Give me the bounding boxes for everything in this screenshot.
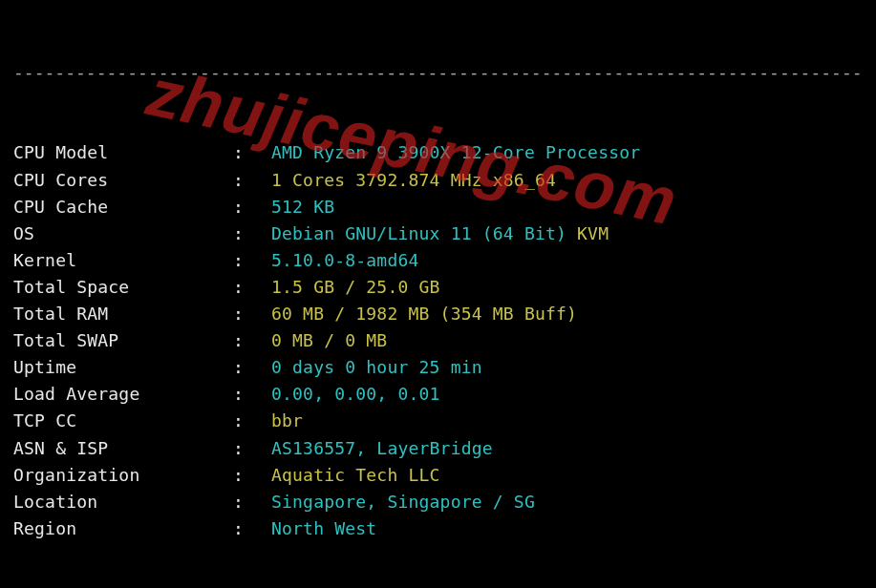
info-value: 512 KB xyxy=(271,197,334,217)
info-value: 5.10.0-8-amd64 xyxy=(271,250,419,270)
info-value: Singapore, Singapore / SG xyxy=(271,492,535,512)
info-row: Organization: Aquatic Tech LLC xyxy=(13,462,866,489)
info-label: CPU Cache xyxy=(13,194,233,220)
colon: : xyxy=(233,194,271,220)
info-row: Uptime: 0 days 0 hour 25 min xyxy=(13,354,866,381)
info-row: Kernel: 5.10.0-8-amd64 xyxy=(13,247,866,274)
info-value: Debian GNU/Linux 11 (64 Bit) xyxy=(271,223,577,243)
colon: : xyxy=(233,435,271,462)
info-value: North West xyxy=(271,518,376,538)
colon: : xyxy=(233,408,271,434)
system-info-block: CPU Model: AMD Ryzen 9 3900X 12-Core Pro… xyxy=(13,139,866,541)
colon: : xyxy=(233,301,271,327)
colon: : xyxy=(233,167,271,194)
info-value: KVM xyxy=(577,223,609,243)
info-value: AMD Ryzen 9 3900X 12-Core Processor xyxy=(271,142,640,162)
info-value: 0 MB / 0 MB xyxy=(271,330,387,350)
separator-top: ----------------------------------------… xyxy=(13,59,866,86)
info-value: 0.00, 0.00, 0.01 xyxy=(271,384,440,404)
colon: : xyxy=(233,489,271,515)
info-label: CPU Model xyxy=(13,139,233,166)
info-label: Total RAM xyxy=(13,301,233,327)
info-row: Total Space: 1.5 GB / 25.0 GB xyxy=(13,274,866,301)
colon: : xyxy=(233,515,271,542)
colon: : xyxy=(233,381,271,408)
colon: : xyxy=(233,247,271,274)
info-value: 1 Cores 3792.874 MHz x86_64 xyxy=(271,170,556,190)
info-value: 1.5 GB / 25.0 GB xyxy=(271,277,440,297)
info-label: TCP CC xyxy=(13,408,233,434)
info-label: Load Average xyxy=(13,381,233,408)
info-value: 0 days 0 hour 25 min xyxy=(271,357,482,377)
info-row: Load Average: 0.00, 0.00, 0.01 xyxy=(13,381,866,408)
info-value: Aquatic Tech LLC xyxy=(271,465,440,485)
info-label: CPU Cores xyxy=(13,167,233,194)
info-row: CPU Cores: 1 Cores 3792.874 MHz x86_64 xyxy=(13,167,866,194)
info-row: CPU Model: AMD Ryzen 9 3900X 12-Core Pro… xyxy=(13,139,866,166)
info-label: Total SWAP xyxy=(13,327,233,354)
info-value: 60 MB / 1982 MB (354 MB Buff) xyxy=(271,304,577,324)
info-label: Kernel xyxy=(13,247,233,274)
colon: : xyxy=(233,274,271,301)
info-row: TCP CC: bbr xyxy=(13,408,866,434)
colon: : xyxy=(233,220,271,247)
info-label: Region xyxy=(13,515,233,542)
info-row: Location: Singapore, Singapore / SG xyxy=(13,489,866,515)
info-row: CPU Cache: 512 KB xyxy=(13,194,866,220)
info-label: Location xyxy=(13,489,233,515)
info-row: ASN & ISP: AS136557, LayerBridge xyxy=(13,435,866,462)
info-row: OS: Debian GNU/Linux 11 (64 Bit) KVM xyxy=(13,220,866,247)
info-label: OS xyxy=(13,220,233,247)
colon: : xyxy=(233,462,271,489)
info-value: AS136557, LayerBridge xyxy=(271,438,493,458)
info-row: Total RAM: 60 MB / 1982 MB (354 MB Buff) xyxy=(13,301,866,327)
colon: : xyxy=(233,354,271,381)
terminal-output: ----------------------------------------… xyxy=(0,0,876,588)
colon: : xyxy=(233,139,271,166)
colon: : xyxy=(233,327,271,354)
info-label: Total Space xyxy=(13,274,233,301)
info-label: Uptime xyxy=(13,354,233,381)
info-label: Organization xyxy=(13,462,233,489)
info-row: Total SWAP: 0 MB / 0 MB xyxy=(13,327,866,354)
info-label: ASN & ISP xyxy=(13,435,233,462)
info-value: bbr xyxy=(271,410,303,430)
info-row: Region: North West xyxy=(13,515,866,542)
